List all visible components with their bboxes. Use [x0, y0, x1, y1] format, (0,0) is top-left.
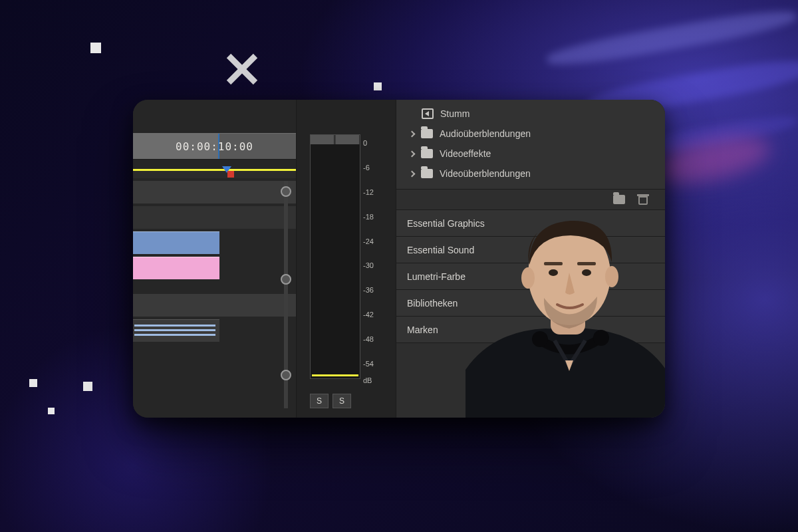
effects-folder-video-effects[interactable]: Videoeffekte	[396, 144, 665, 164]
bg-square	[48, 408, 55, 414]
meter-scale-tick: -6	[363, 164, 370, 172]
effects-item-label: Videoüberblendungen	[440, 168, 531, 179]
audio-level-meter	[310, 134, 360, 379]
meter-scale-tick: -42	[363, 311, 374, 319]
video-track[interactable]	[133, 181, 296, 203]
timeline-ruler[interactable]	[133, 169, 296, 178]
folder-icon	[421, 169, 433, 178]
meter-scale-tick: dB	[363, 376, 372, 384]
meter-channel-tabs[interactable]	[311, 135, 360, 144]
effects-item-label: Videoeffekte	[440, 148, 491, 159]
bg-square	[29, 379, 37, 387]
meter-scale-tick: -18	[363, 213, 374, 221]
chevron-right-icon	[409, 150, 416, 157]
effects-action-bar	[396, 189, 665, 210]
meter-scale-tick: -12	[363, 188, 374, 196]
effects-item-label: Stumm	[440, 108, 469, 119]
panel-tab-markers[interactable]: Marken	[396, 317, 665, 343]
folder-icon	[421, 149, 433, 158]
panel-tab-lumetri-color[interactable]: Lumetri-Farbe	[396, 263, 665, 290]
meter-scale-tick: -54	[363, 360, 374, 368]
timeline-panel: 00:00:10:00	[133, 100, 297, 418]
folder-icon	[421, 129, 433, 138]
bg-square	[90, 43, 101, 53]
effects-item-stumm[interactable]: Stumm	[396, 104, 665, 124]
panel-tab-essential-sound[interactable]: Essential Sound	[396, 237, 665, 263]
chevron-right-icon	[409, 130, 416, 137]
effects-and-panels: Stumm Audioüberblendungen Videoeffekte V…	[396, 100, 665, 418]
effects-folder-list: Stumm Audioüberblendungen Videoeffekte V…	[396, 100, 665, 189]
chevron-right-icon	[409, 170, 416, 177]
effects-folder-video-transitions[interactable]: Videoüberblendungen	[396, 164, 665, 184]
effects-item-label: Audioüberblendungen	[440, 128, 531, 139]
close-icon[interactable]	[223, 51, 261, 90]
preset-bin-icon	[422, 108, 434, 119]
timecode-ruler-row[interactable]: 00:00:10:00	[133, 133, 296, 160]
scroll-handle[interactable]	[281, 274, 291, 285]
scroll-handle[interactable]	[281, 186, 291, 197]
bg-square	[374, 82, 382, 90]
meter-scale-tick: -30	[363, 261, 374, 269]
meter-scale-tick: -48	[363, 335, 374, 343]
app-window: 00:00:10:00 0-6-12-18-24-30-36-42-48-54d…	[133, 100, 665, 418]
scroll-handle[interactable]	[281, 370, 291, 380]
audio-meter-panel: 0-6-12-18-24-30-36-42-48-54dB S S	[297, 100, 396, 418]
timecode-display: 00:00:10:00	[176, 140, 253, 153]
meter-scale-tick: -36	[363, 286, 374, 294]
new-bin-icon[interactable]	[613, 195, 625, 204]
out-point-marker[interactable]	[227, 171, 234, 178]
audio-track[interactable]	[133, 294, 296, 317]
solo-button[interactable]: S	[310, 394, 329, 408]
bg-square	[83, 382, 92, 391]
video-track[interactable]	[133, 206, 296, 229]
panel-tab-libraries[interactable]: Bibliotheken	[396, 290, 665, 317]
video-clip[interactable]	[133, 257, 219, 279]
video-clip[interactable]	[133, 231, 219, 254]
meter-scale-tick: 0	[363, 139, 367, 147]
meter-scale-tick: -24	[363, 237, 374, 245]
solo-button[interactable]: S	[332, 394, 351, 408]
audio-waveform	[133, 321, 217, 340]
meter-peak-line	[312, 374, 358, 376]
panel-tab-essential-graphics[interactable]: Essential Graphics	[396, 210, 665, 237]
trash-icon[interactable]	[638, 194, 648, 205]
meter-scale: 0-6-12-18-24-30-36-42-48-54dB	[363, 134, 392, 379]
effects-folder-audio-transitions[interactable]: Audioüberblendungen	[396, 124, 665, 144]
